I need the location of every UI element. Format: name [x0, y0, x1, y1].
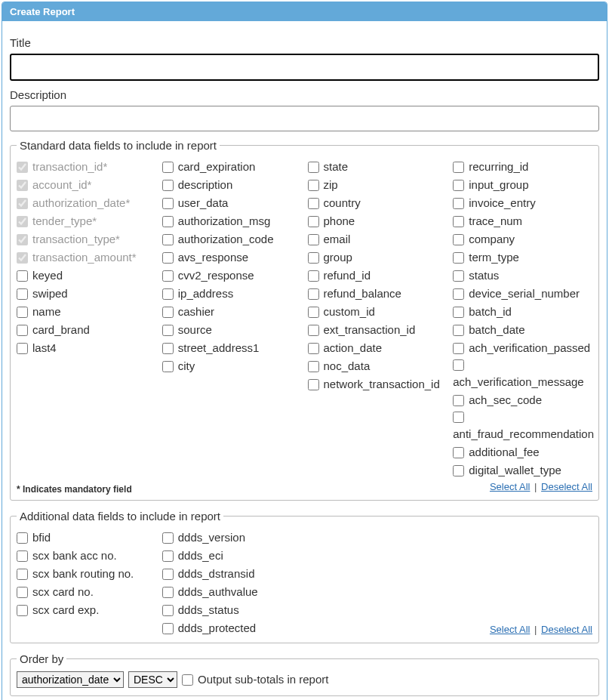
addl-field-checkbox[interactable]: [17, 550, 28, 562]
std-field-checkbox[interactable]: [17, 270, 28, 282]
std-field-label: card_expiration: [178, 160, 256, 174]
std-field-checkbox[interactable]: [453, 252, 464, 264]
std-field-checkbox[interactable]: [308, 162, 319, 173]
std-field-checkbox[interactable]: [453, 180, 464, 191]
std-field-row: invoice_entry: [453, 194, 592, 212]
std-field-checkbox[interactable]: [453, 270, 464, 282]
std-field-checkbox[interactable]: [162, 162, 174, 173]
std-field-label: status: [469, 269, 499, 282]
std-field-row: batch_id: [453, 303, 592, 321]
addl-deselect-all-link[interactable]: Deselect All: [541, 624, 592, 635]
std-field-checkbox[interactable]: [453, 198, 464, 209]
std-field-checkbox[interactable]: [17, 343, 28, 354]
std-field-row: ach_sec_code: [453, 391, 592, 409]
std-field-checkbox[interactable]: [308, 234, 319, 245]
std-col-4: recurring_idinput_groupinvoice_entrytrac…: [453, 158, 592, 480]
std-field-checkbox[interactable]: [162, 234, 174, 245]
std-field-checkbox[interactable]: [162, 180, 174, 191]
title-input[interactable]: [10, 54, 599, 81]
addl-field-label: scx card no.: [32, 585, 94, 599]
addl-field-checkbox[interactable]: [162, 587, 174, 598]
std-field-checkbox[interactable]: [162, 343, 174, 354]
std-field-checkbox[interactable]: [308, 252, 319, 264]
std-field-label: transaction_id*: [32, 160, 107, 174]
std-field-checkbox[interactable]: [453, 234, 464, 245]
std-field-label: trace_num: [469, 214, 522, 228]
std-field-checkbox[interactable]: [308, 379, 319, 390]
description-input[interactable]: [10, 106, 599, 131]
std-field-checkbox[interactable]: [162, 307, 174, 318]
subtotal-label: Output sub-totals in report: [198, 673, 328, 686]
std-field-checkbox[interactable]: [17, 325, 28, 336]
std-field-checkbox[interactable]: [308, 288, 319, 300]
std-field-checkbox[interactable]: [162, 252, 174, 264]
std-field-checkbox[interactable]: [453, 307, 464, 318]
std-field-checkbox[interactable]: [162, 361, 174, 372]
addl-field-checkbox[interactable]: [17, 587, 28, 598]
addl-field-checkbox[interactable]: [162, 569, 174, 580]
std-field-checkbox[interactable]: [162, 270, 174, 282]
std-field-checkbox[interactable]: [308, 361, 319, 372]
order-by-direction-select[interactable]: DESC: [128, 671, 177, 688]
std-field-label: action_date: [324, 341, 383, 355]
std-field-row: transaction_amount*: [17, 248, 156, 267]
std-field-checkbox[interactable]: [162, 288, 174, 300]
addl-field-checkbox[interactable]: [162, 605, 174, 616]
std-select-all-link[interactable]: Select All: [490, 481, 530, 492]
std-field-checkbox[interactable]: [162, 198, 174, 209]
std-field-row: trace_num: [453, 212, 592, 230]
std-field-label: anti_fraud_recommendation: [453, 427, 594, 441]
std-col-2: card_expirationdescriptionuser_dataautho…: [162, 158, 302, 480]
std-field-checkbox[interactable]: [453, 465, 464, 476]
std-field-checkbox[interactable]: [162, 216, 174, 227]
addl-field-checkbox[interactable]: [162, 550, 174, 562]
std-field-checkbox[interactable]: [453, 359, 464, 371]
order-by-field-select[interactable]: authorization_date: [17, 671, 124, 688]
std-field-row: cvv2_response: [162, 267, 302, 285]
std-field-checkbox: [17, 234, 28, 245]
std-field-row: authorization_code: [162, 230, 302, 248]
addl-field-label: ddds_eci: [178, 549, 223, 563]
std-field-checkbox[interactable]: [308, 216, 319, 227]
addl-field-checkbox[interactable]: [17, 605, 28, 616]
std-field-checkbox[interactable]: [308, 180, 319, 191]
addl-select-all-link[interactable]: Select All: [490, 624, 530, 635]
std-field-checkbox[interactable]: [453, 162, 464, 173]
std-field-checkbox: [17, 180, 28, 191]
std-field-row: authorization_date*: [17, 194, 156, 212]
std-field-checkbox[interactable]: [308, 343, 319, 354]
addl-field-checkbox[interactable]: [162, 623, 174, 634]
std-field-checkbox[interactable]: [453, 288, 464, 300]
std-field-label: avs_response: [178, 251, 248, 264]
addl-field-label: ddds_status: [178, 603, 239, 617]
addl-field-checkbox[interactable]: [162, 532, 174, 544]
std-field-row: description: [162, 176, 302, 194]
std-field-checkbox[interactable]: [453, 412, 464, 423]
std-field-checkbox[interactable]: [453, 447, 464, 458]
std-deselect-all-link[interactable]: Deselect All: [541, 481, 592, 492]
std-field-checkbox[interactable]: [17, 307, 28, 318]
std-field-row: group: [308, 248, 448, 267]
subtotal-checkbox[interactable]: [182, 674, 193, 686]
std-field-checkbox[interactable]: [17, 288, 28, 300]
std-field-label: street_address1: [178, 341, 260, 355]
std-field-row: zip: [308, 176, 448, 194]
std-field-checkbox[interactable]: [453, 343, 464, 354]
std-field-label: group: [324, 251, 352, 264]
std-field-checkbox[interactable]: [308, 307, 319, 318]
std-field-checkbox[interactable]: [308, 270, 319, 282]
std-field-label: state: [324, 160, 349, 174]
std-field-checkbox[interactable]: [453, 325, 464, 336]
std-field-row: authorization_msg: [162, 212, 302, 230]
addl-field-checkbox[interactable]: [17, 532, 28, 544]
std-field-checkbox: [17, 162, 28, 173]
std-field-checkbox[interactable]: [453, 216, 464, 227]
std-field-checkbox[interactable]: [308, 325, 319, 336]
addl-field-checkbox[interactable]: [17, 569, 28, 580]
addl-field-row: scx bank routing no.: [17, 565, 156, 583]
std-field-checkbox[interactable]: [162, 325, 174, 336]
std-field-checkbox[interactable]: [453, 395, 464, 406]
std-field-label: swiped: [32, 287, 68, 301]
std-field-label: term_type: [469, 251, 519, 264]
std-field-checkbox[interactable]: [308, 198, 319, 209]
